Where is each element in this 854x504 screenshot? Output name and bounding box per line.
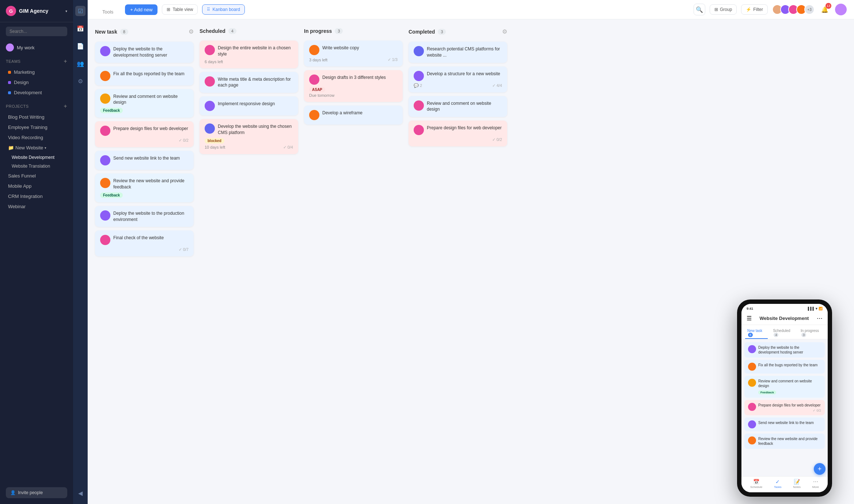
phone-tab-scheduled[interactable]: Scheduled 4 — [771, 327, 796, 339]
avatar — [205, 76, 215, 87]
days-left: 3 days left — [309, 58, 327, 62]
kanban-board-button[interactable]: ⠿ Kanban board — [202, 4, 244, 15]
filter-button[interactable]: ⚡ Filter — [741, 4, 768, 15]
task-title: Prepare design files for web developer — [758, 403, 821, 408]
task-card[interactable]: Write meta title & meta description for … — [200, 72, 298, 93]
task-card[interactable]: Deploy the website to the production env… — [95, 206, 194, 227]
avatar — [100, 71, 110, 81]
user-avatar[interactable] — [835, 4, 847, 15]
task-title: Final check of the website — [113, 235, 164, 241]
phone-mockup: 9:41 ▌▌▌ ▾ 📶 ☰ Website Development ⋯ New… — [737, 299, 832, 497]
sidebar-item-design[interactable]: Design — [2, 77, 71, 87]
projects-section: Projects + Blog Post Writing Employee Tr… — [0, 99, 73, 213]
phone-nav-notes[interactable]: 📝 Notes — [793, 479, 801, 489]
task-card[interactable]: Develop a wireframe — [304, 106, 403, 125]
task-card[interactable]: Review the new website and provide feedb… — [95, 173, 194, 202]
task-card[interactable]: Send new website link to the team — [95, 151, 194, 170]
column-title: Completed — [409, 29, 435, 35]
task-card[interactable]: Deploy the website to the development ho… — [95, 42, 194, 63]
phone-task-card[interactable]: Deploy the website to the development ho… — [744, 342, 825, 358]
phone-task-card[interactable]: Review and comment on website design Fee… — [744, 376, 825, 398]
table-icon: ⊞ — [167, 7, 170, 12]
column-title: New task — [95, 29, 117, 35]
sidebar-item-sales[interactable]: Sales Funnel — [2, 171, 71, 181]
kanban-icon: ⠿ — [207, 7, 210, 12]
column-count: 4 — [228, 28, 236, 34]
avatar — [748, 345, 756, 353]
kanban-wrapper: New task 8 ⚙ Deploy the website to the d… — [88, 19, 854, 504]
phone-task-card[interactable]: Send new website link to the team — [744, 417, 825, 431]
sidebar-item-webinar[interactable]: Webinar — [2, 202, 71, 211]
sidebar-item-blog[interactable]: Blog Post Writing — [2, 112, 71, 122]
avatar — [100, 178, 110, 188]
task-title: Deploy the website to the production env… — [113, 210, 189, 223]
task-title: Fix all the bugs reported by the team — [758, 363, 817, 367]
column-settings-icon[interactable]: ⚙ — [502, 28, 507, 35]
calendar-icon[interactable]: 📅 — [75, 23, 86, 34]
sidebar-bottom: 👤 Invite people — [0, 481, 73, 504]
my-work-item[interactable]: My work — [0, 41, 73, 54]
settings-icon[interactable]: ⚙ — [75, 76, 86, 86]
search-button[interactable]: 🔍 — [694, 4, 705, 15]
task-card[interactable]: Review and comment on website design — [409, 96, 507, 117]
avatar — [414, 71, 424, 81]
task-card[interactable]: Write website copy 3 days left ✓ 1/3 — [304, 41, 403, 66]
task-card[interactable]: Prepare design files for web developer ✓… — [409, 121, 507, 146]
task-title: Design the entire website in a chosen st… — [218, 45, 293, 57]
avatar — [309, 75, 319, 85]
group-button[interactable]: ⊞ Group — [710, 4, 737, 15]
sidebar-item-website-dev[interactable]: Website Development — [0, 153, 73, 162]
sidebar-item-mobile[interactable]: Mobile App — [2, 181, 71, 191]
task-card[interactable]: Final check of the website ✓ 0/7 — [95, 230, 194, 256]
tasks-icon[interactable]: ☑ — [75, 6, 86, 16]
task-card[interactable]: Develop the website using the chosen CMS… — [200, 119, 298, 154]
task-card[interactable]: Design the entire website in a chosen st… — [200, 41, 298, 68]
invite-people-button[interactable]: 👤 Invite people — [6, 487, 67, 498]
task-title: Write website copy — [322, 45, 359, 51]
table-view-button[interactable]: ⊞ Table view — [162, 4, 198, 15]
sidebar-item-new-website[interactable]: 📁 New Website ▾ — [2, 143, 71, 153]
sidebar-item-development[interactable]: Development — [2, 88, 71, 98]
task-card[interactable]: Research potential CMS platforms for web… — [409, 42, 507, 63]
task-card[interactable]: Implement responsive design — [200, 96, 298, 115]
phone-nav-more[interactable]: ⋯ More — [812, 479, 819, 489]
column-title: In progress — [304, 28, 332, 34]
collapse-icon[interactable]: ◀ — [75, 488, 86, 498]
column-title: Scheduled — [200, 28, 225, 34]
sidebar-item-training[interactable]: Employee Training — [2, 122, 71, 132]
task-comments: 💬 2 — [414, 83, 422, 88]
avatar — [748, 403, 756, 411]
tag-asap: ASAP — [309, 87, 325, 92]
task-title: Write meta title & meta description for … — [218, 76, 293, 89]
sidebar-item-marketing[interactable]: Marketing — [2, 67, 71, 77]
phone-nav-tasks[interactable]: ✓ Tasks — [774, 479, 781, 489]
people-icon[interactable]: 👥 — [75, 58, 86, 69]
sidebar-item-crm[interactable]: CRM Integration — [2, 191, 71, 201]
column-header-in-progress: In progress 3 — [304, 27, 403, 37]
sidebar-item-website-trans[interactable]: Website Translation — [0, 162, 73, 171]
task-card[interactable]: Review and comment on website design Fee… — [95, 89, 194, 118]
notifications-button[interactable]: 🔔 13 — [819, 4, 831, 15]
phone-tab-in-progress[interactable]: In progress 3 — [798, 327, 824, 339]
phone-menu-icon[interactable]: ☰ — [747, 315, 752, 322]
notes-icon[interactable]: 📄 — [75, 41, 86, 51]
sidebar-item-video[interactable]: Video Recording — [2, 133, 71, 142]
phone-task-card[interactable]: Prepare design files for web developer ✓… — [744, 400, 825, 415]
task-card[interactable]: Design drafts in 3 different styles ASAP… — [304, 70, 403, 102]
column-settings-icon[interactable]: ⚙ — [189, 28, 194, 35]
task-card[interactable]: Develop a structure for a new website 💬 … — [409, 66, 507, 92]
phone-task-card[interactable]: Review the new website and provide feedb… — [744, 434, 825, 449]
phone-more-icon[interactable]: ⋯ — [817, 315, 823, 322]
phone-task-card[interactable]: Fix all the bugs reported by the team — [744, 360, 825, 374]
add-new-button[interactable]: + Add new — [125, 4, 157, 15]
add-task-fab[interactable]: + — [814, 463, 825, 475]
phone-screen: 9:41 ▌▌▌ ▾ 📶 ☰ Website Development ⋯ New… — [741, 304, 828, 492]
phone-tab-new-task[interactable]: New task 8 — [745, 327, 768, 339]
add-team-button[interactable]: + — [64, 58, 67, 65]
task-card[interactable]: Fix all the bugs reported by the team — [95, 66, 194, 85]
phone-nav-schedule[interactable]: 📅 Schedule — [750, 479, 762, 489]
task-card[interactable]: Prepare design files for web developer ✓… — [95, 121, 194, 147]
search-input[interactable] — [6, 27, 67, 36]
add-project-button[interactable]: + — [64, 103, 67, 110]
app-logo[interactable]: G GIM Agency ▾ — [0, 0, 73, 22]
